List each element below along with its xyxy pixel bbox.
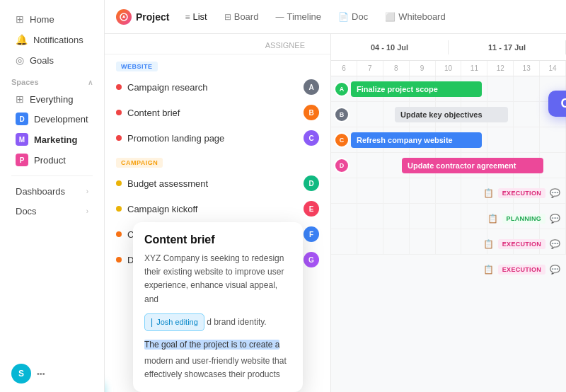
task-item[interactable]: Promotion landing page C [105, 125, 330, 151]
sidebar-item-product[interactable]: P Product [4, 150, 100, 170]
gantt-day: 8 [383, 61, 410, 76]
status-badge: EXECUTION [498, 265, 545, 275]
gantt-day: 10 [436, 61, 462, 76]
task-dot [116, 180, 122, 186]
gantt-day: 14 [540, 61, 566, 76]
cursor-icon: | [151, 316, 153, 329]
gantt-body: A Finalize project scope B Update key ob… [331, 76, 566, 392]
development-icon: D [16, 113, 28, 125]
assignee-avatar: C [304, 130, 319, 146]
main-content: Project ≡ List ⊟ Board — Timeline 📄 Doc … [105, 0, 566, 392]
content-area: ASSIGNEE WEBSITE Campaign research A Con… [105, 34, 566, 392]
task-dot [116, 231, 122, 237]
assignee-avatar: D [304, 175, 319, 191]
gantt-avatar-3: D [334, 158, 350, 173]
task-item[interactable]: Budget assessment D [105, 171, 330, 196]
assignee-avatar: G [304, 252, 319, 267]
bell-icon: 🔔 [16, 34, 28, 45]
product-icon: P [16, 154, 28, 166]
gantt-day: 7 [357, 61, 383, 76]
marketing-icon: M [16, 133, 28, 146]
topbar: Project ≡ List ⊟ Board — Timeline 📄 Doc … [105, 0, 566, 34]
assignee-avatar: F [304, 226, 319, 242]
task-dot [116, 257, 122, 263]
gantt-week-1: 04 - 10 Jul [331, 40, 449, 54]
status-row-7: 📋 EXECUTION 💬 [483, 265, 560, 275]
gantt-bar-0[interactable]: Finalize project scope [351, 81, 482, 97]
status-badge: EXECUTION [498, 239, 545, 249]
tab-whiteboard[interactable]: ⬜ Whiteboard [378, 8, 452, 25]
gantt-day: 12 [487, 61, 514, 76]
assignee-avatar: B [304, 105, 319, 120]
status-row-4: 📋 EXECUTION 💬 [483, 188, 560, 198]
task-item[interactable]: Campaign kickoff E [105, 196, 330, 221]
sidebar-item-dashboards[interactable]: Dashboards › [4, 182, 100, 201]
tab-timeline[interactable]: — Timeline [268, 8, 328, 25]
task-dot [116, 135, 122, 141]
assignee-avatar: A [304, 79, 319, 95]
chevron-right-icon: › [86, 188, 88, 195]
task-dot [116, 84, 122, 90]
status-row-5: 📋 PLANNING 💬 [487, 214, 560, 224]
task-item[interactable]: Campaign research A [105, 74, 330, 100]
chevron-right-icon2: › [86, 207, 88, 215]
sidebar-item-marketing[interactable]: M Marketing [4, 129, 100, 149]
docs-card-title: Content brief [144, 234, 291, 246]
gantt-week-2: 11 - 17 Jul [449, 40, 566, 54]
whiteboard-icon: ⬜ [385, 12, 395, 22]
assignee-avatar: E [304, 201, 319, 217]
highlighted-block: The goal of the project is to create a [144, 338, 291, 352]
task-header: ASSIGNEE [105, 34, 330, 54]
project-icon [116, 9, 132, 25]
gantt-bar-2[interactable]: Refresh company website [351, 132, 482, 148]
board-icon: ⊟ [224, 12, 231, 22]
task-dot [116, 110, 122, 115]
sidebar-item-docs[interactable]: Docs › [4, 202, 100, 221]
timeline-icon: — [275, 12, 284, 22]
group-campaign-label: CAMPAIGN [116, 158, 163, 168]
gantt-avatar-1: B [334, 107, 350, 122]
gantt-days: 6 7 8 9 10 11 12 13 14 [331, 61, 566, 76]
tab-board[interactable]: ⊟ Board [217, 8, 266, 25]
status-row-6: 📋 EXECUTION 💬 [483, 239, 560, 249]
tab-doc[interactable]: 📄 Doc [331, 8, 375, 25]
doc-icon: 📄 [338, 12, 349, 22]
status-badge: PLANNING [502, 214, 545, 224]
goals-icon: ◎ [16, 54, 24, 66]
gantt-week-header: 04 - 10 Jul 11 - 17 Jul [331, 34, 566, 61]
gantt-avatar-2: C [334, 132, 350, 148]
sidebar-item-home[interactable]: ⊞ Home [4, 9, 100, 29]
gantt-bar-3[interactable]: Update contractor agreement [402, 158, 543, 173]
divider [11, 175, 93, 176]
docs-card: Content brief XYZ Company is seeking to … [133, 222, 303, 392]
gantt-day: 13 [514, 61, 540, 76]
sidebar-item-goals[interactable]: ◎ Goals [4, 50, 100, 70]
body-end: modern and user-friendly website that ef… [144, 354, 291, 381]
sidebar-item-everything[interactable]: ⊞ Everything [4, 90, 100, 108]
gantt-bar-1[interactable]: Update key objectives [395, 107, 508, 122]
group-website-label: WEBSITE [116, 62, 158, 71]
gantt-day: 6 [331, 61, 357, 76]
status-badge: EXECUTION [498, 188, 545, 198]
list-icon: ≡ [185, 12, 190, 22]
editing-row: | Josh editing d brand identity. [144, 309, 291, 335]
everything-icon: ⊞ [16, 93, 24, 105]
user-avatar: S [11, 364, 31, 384]
spaces-section: Spaces ∧ [0, 71, 104, 89]
home-icon: ⊞ [16, 13, 24, 25]
user-profile[interactable]: S ••• [0, 364, 104, 384]
project-title: Project [116, 9, 169, 25]
gantt-avatar-0: A [334, 81, 350, 97]
gantt-day: 11 [461, 61, 487, 76]
task-item[interactable]: Content brief B [105, 100, 330, 125]
gantt-day: 9 [410, 61, 436, 76]
tab-list[interactable]: ≡ List [178, 8, 214, 25]
sidebar-item-notifications[interactable]: 🔔 Notifications [4, 30, 100, 50]
editing-badge: | Josh editing [144, 313, 204, 331]
task-dot [116, 206, 122, 212]
user-dots: ••• [37, 369, 45, 378]
sidebar: ⊞ Home 🔔 Notifications ◎ Goals Spaces ∧ … [0, 0, 105, 392]
gantt-panel: 04 - 10 Jul 11 - 17 Jul 6 7 8 9 10 11 12… [331, 34, 566, 392]
docs-card-body: XYZ Company is seeking to redesign their… [144, 252, 291, 382]
sidebar-item-development[interactable]: D Development [4, 109, 100, 129]
